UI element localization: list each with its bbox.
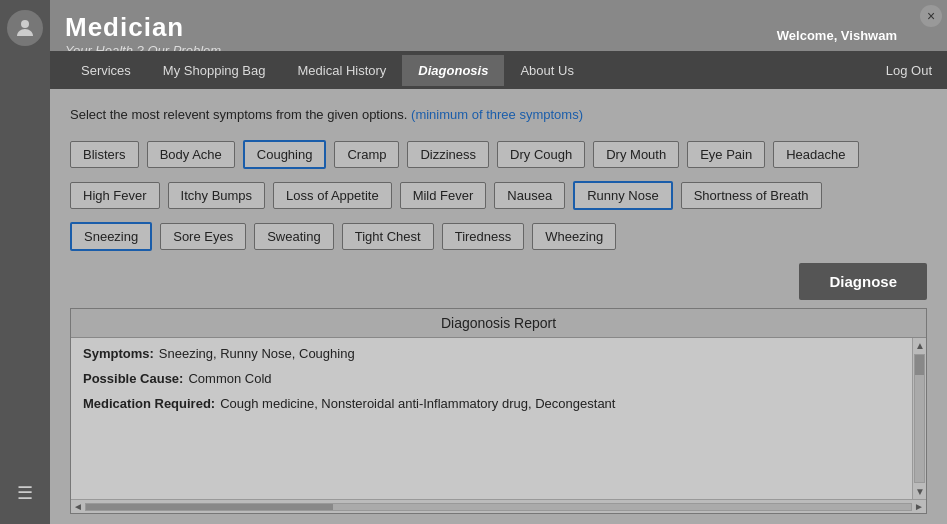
symptom-runny-nose[interactable]: Runny Nose — [573, 181, 673, 210]
symptoms-row-2: High Fever Itchy Bumps Loss of Appetite … — [70, 181, 927, 210]
nav-diagonosis[interactable]: Diagonosis — [402, 55, 504, 86]
report-header: Diagonosis Report — [71, 309, 926, 338]
welcome-text: Welcome, Vishwam — [65, 28, 897, 43]
diagnose-row: Diagnose — [70, 263, 927, 300]
symptom-headache[interactable]: Headache — [773, 141, 858, 168]
symptom-dry-cough[interactable]: Dry Cough — [497, 141, 585, 168]
symptom-high-fever[interactable]: High Fever — [70, 182, 160, 209]
report-symptoms-label: Symptoms: — [83, 346, 154, 361]
hscroll-right-arrow[interactable]: ► — [914, 501, 924, 512]
symptom-coughing[interactable]: Coughing — [243, 140, 327, 169]
symptom-nausea[interactable]: Nausea — [494, 182, 565, 209]
symptom-sore-eyes[interactable]: Sore Eyes — [160, 223, 246, 250]
hscroll-track — [85, 503, 912, 511]
nav-services[interactable]: Services — [65, 55, 147, 86]
symptom-tight-chest[interactable]: Tight Chest — [342, 223, 434, 250]
symptom-blisters[interactable]: Blisters — [70, 141, 139, 168]
symptom-loss-of-appetite[interactable]: Loss of Appetite — [273, 182, 392, 209]
header: Medician Your Health ? Our Problem Welco… — [50, 0, 947, 51]
nav-medical-history[interactable]: Medical History — [281, 55, 402, 86]
symptom-eye-pain[interactable]: Eye Pain — [687, 141, 765, 168]
symptom-wheezing[interactable]: Wheezing — [532, 223, 616, 250]
report-container: Diagonosis Report Symptoms: Sneezing, Ru… — [70, 308, 927, 514]
instruction-text: Select the most relevent symptoms from t… — [70, 107, 927, 122]
report-cause-line: Possible Cause: Common Cold — [83, 371, 896, 386]
report-cause-label: Possible Cause: — [83, 371, 183, 386]
sidebar: ☰ — [0, 0, 50, 524]
symptom-mild-fever[interactable]: Mild Fever — [400, 182, 487, 209]
menu-icon[interactable]: ☰ — [17, 482, 33, 504]
avatar — [7, 10, 43, 46]
report-medication-value: Cough medicine, Nonsteroidal anti-Inflam… — [220, 396, 615, 411]
hscroll-thumb — [86, 504, 334, 510]
symptom-sweating[interactable]: Sweating — [254, 223, 333, 250]
instruction-highlight: (minimum of three symptoms) — [411, 107, 583, 122]
symptoms-row-1: Blisters Body Ache Coughing Cramp Dizzin… — [70, 140, 927, 169]
report-medication-line: Medication Required: Cough medicine, Non… — [83, 396, 896, 411]
symptom-sneezing[interactable]: Sneezing — [70, 222, 152, 251]
horizontal-scrollbar[interactable]: ◄ ► — [71, 499, 926, 513]
close-button[interactable]: × — [920, 5, 942, 27]
diagnose-button[interactable]: Diagnose — [799, 263, 927, 300]
report-medication-label: Medication Required: — [83, 396, 215, 411]
scroll-up-arrow[interactable]: ▲ — [913, 338, 926, 353]
report-cause-value: Common Cold — [188, 371, 271, 386]
nav-shopping-bag[interactable]: My Shopping Bag — [147, 55, 282, 86]
report-symptoms-line: Symptoms: Sneezing, Runny Nose, Coughing — [83, 346, 896, 361]
user-icon — [13, 16, 37, 40]
scroll-thumb — [915, 355, 924, 375]
main-area: × Medician Your Health ? Our Problem Wel… — [50, 0, 947, 524]
nav-about-us[interactable]: About Us — [504, 55, 589, 86]
vertical-scrollbar[interactable]: ▲ ▼ — [912, 338, 926, 499]
report-symptoms-value: Sneezing, Runny Nose, Coughing — [159, 346, 355, 361]
scroll-down-arrow[interactable]: ▼ — [913, 484, 926, 499]
symptom-dizziness[interactable]: Dizziness — [407, 141, 489, 168]
symptom-cramp[interactable]: Cramp — [334, 141, 399, 168]
symptom-body-ache[interactable]: Body Ache — [147, 141, 235, 168]
hscroll-left-arrow[interactable]: ◄ — [73, 501, 83, 512]
symptom-itchy-bumps[interactable]: Itchy Bumps — [168, 182, 266, 209]
navigation: Services My Shopping Bag Medical History… — [50, 51, 947, 89]
symptoms-row-3: Sneezing Sore Eyes Sweating Tight Chest … — [70, 222, 927, 251]
logout-button[interactable]: Log Out — [886, 63, 932, 78]
scroll-track — [914, 354, 925, 483]
symptom-shortness-of-breath[interactable]: Shortness of Breath — [681, 182, 822, 209]
report-body: Symptoms: Sneezing, Runny Nose, Coughing… — [71, 338, 912, 499]
svg-point-0 — [21, 20, 29, 28]
symptom-tiredness[interactable]: Tiredness — [442, 223, 525, 250]
symptoms-container: Blisters Body Ache Coughing Cramp Dizzin… — [70, 140, 927, 251]
content-area: Select the most relevent symptoms from t… — [50, 89, 947, 524]
symptom-dry-mouth[interactable]: Dry Mouth — [593, 141, 679, 168]
